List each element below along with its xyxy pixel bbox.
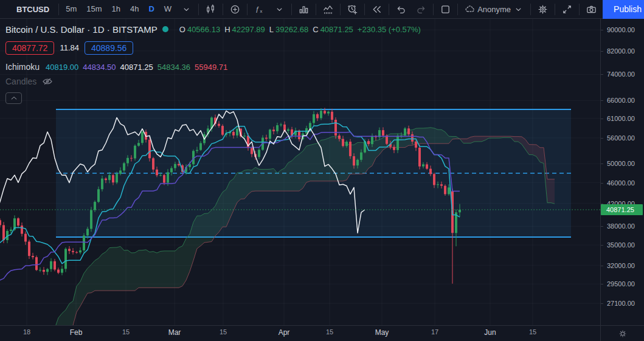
settings-button[interactable] [533,0,553,18]
redo-arrow-icon [415,4,427,15]
legend-collapse-button[interactable] [5,92,22,104]
indicators-button[interactable]: ƒx [249,0,269,18]
indicator-value: 40819.00 [46,63,78,72]
time-tick-label: 15 [122,328,130,336]
fx-indicators-icon: ƒx [254,4,265,15]
indicator-value: 55949.71 [195,63,227,72]
timeframe-W[interactable]: W [159,0,176,18]
ohlc-values: O40566.13H42297.89L39262.68C40871.25+230… [179,25,421,34]
layout-square-icon [440,4,451,15]
timeframe-15m[interactable]: 15m [81,0,106,18]
indicator-value: 40871.25 [120,63,153,72]
chevron-down-icon [274,4,285,15]
time-tick-label: 18 [23,328,30,336]
svg-text:x: x [260,9,263,14]
line-pattern-icon [322,4,334,15]
ohlc-label: H [224,25,230,34]
chevron-down-icon [181,4,192,15]
chevron-up-icon [10,94,18,103]
fullscreen-button[interactable] [557,0,577,18]
ohlc-value: 42297.89 [232,25,265,34]
username-label: Anonyme [477,5,511,14]
pattern-search-button[interactable] [318,0,338,18]
undo-arrow-icon [395,4,407,15]
sun-theme-icon[interactable] [617,328,628,339]
alert-button[interactable] [342,0,362,18]
indicators-dropdown-button[interactable] [269,0,289,18]
price-tick-label: 61000.00 [607,115,635,122]
toolbar-separator [433,4,434,15]
svg-text:ƒ: ƒ [255,5,259,12]
toolbar-separator [316,4,316,15]
ohlc-label: L [269,25,274,34]
indicator-value: 54834.36 [158,63,190,72]
price-tick-label: 74000.00 [607,71,635,78]
expand-arrows-icon [561,4,573,15]
ohlc-value: 39262.68 [275,25,308,34]
time-tick-label: 15 [529,328,536,336]
cloud-save-icon [464,4,476,15]
undo-button[interactable] [391,0,411,18]
price-tick-label: 35000.00 [607,241,635,249]
ohlc-value: 40871.25 [320,25,353,34]
change-value: +230.35 (+0.57%) [358,25,421,34]
symbol-button[interactable]: BTCUSD [0,5,57,14]
time-tick-label: 15 [220,328,227,336]
chart-legend: Bitcoin / U.S. Dollar · 1D · BITSTAMP O4… [5,22,421,104]
ohlc-label: C [313,25,318,34]
sell-price-badge[interactable]: 40877.72 [5,41,54,55]
price-tick-label: 66000.00 [607,97,635,104]
time-tick-label: Feb [70,328,83,337]
user-menu-button[interactable]: Anonyme [460,0,528,18]
eye-off-icon[interactable] [41,75,54,88]
buy-price-badge[interactable]: 40889.56 [85,41,133,55]
timeframe-1h[interactable]: 1h [107,0,125,18]
toolbar-separator [457,4,458,15]
interval-dropdown-button[interactable] [176,0,196,18]
gear-icon [537,4,549,15]
time-tick-label: 17 [431,328,438,336]
columns-chart-icon [298,4,310,15]
spread-value: 11.84 [60,43,79,52]
indicator-name[interactable]: Ichimoku [5,62,40,72]
price-tick-label: 82000.00 [607,47,635,55]
chart-style-button[interactable] [201,0,221,18]
hidden-series-name[interactable]: Candles [5,77,36,86]
timeframe-D[interactable]: D [144,0,159,18]
price-axis[interactable]: 90000.0082000.0074000.0066000.0061000.00… [600,19,644,325]
indicator-value: 44834.50 [83,63,116,72]
ohlc-label: O [179,25,185,34]
compare-button[interactable] [225,0,245,18]
timeframe-4h[interactable]: 4h [125,0,144,18]
market-status-dot [162,26,168,32]
price-tick-label: 50000.00 [607,160,635,167]
price-tick-label: 32000.00 [607,262,635,269]
time-tick-label: Mar [168,328,181,337]
toolbar-right-group: Anonyme Publish [431,0,644,18]
price-tick-label: 27100.00 [607,300,635,307]
price-tick-label: 46000.00 [607,179,635,187]
replay-button[interactable] [367,0,387,18]
chevron-down-icon [513,4,524,15]
indicator-values: 40819.0044834.5040871.2554834.3655949.71 [46,63,227,72]
layout-button[interactable] [435,0,455,18]
toolbar-separator [247,4,248,15]
redo-button[interactable] [411,0,431,18]
screenshot-button[interactable] [581,0,601,18]
toolbar-separator [291,4,292,15]
rewind-icon [371,4,383,15]
toolbar-separator [340,4,341,15]
ohlc-value: 40566.13 [187,25,220,34]
symbol-title[interactable]: Bitcoin / U.S. Dollar · 1D · BITSTAMP [5,24,158,35]
time-tick-label: May [375,328,389,337]
price-tick-label: 29500.00 [607,280,635,288]
toolbar-separator [364,4,365,15]
time-tick-label: Jun [484,328,496,337]
time-axis[interactable]: 18Feb15Mar15Apr15May17Jun15 [0,325,600,341]
toolbar-separator [530,4,531,15]
time-tick-label: 15 [326,328,333,336]
publish-button[interactable]: Publish [603,0,644,19]
timeframe-5m[interactable]: 5m [61,0,81,18]
indicator-templates-button[interactable] [294,0,314,18]
timeframe-group: 5m15m1h4hDW [61,0,176,18]
